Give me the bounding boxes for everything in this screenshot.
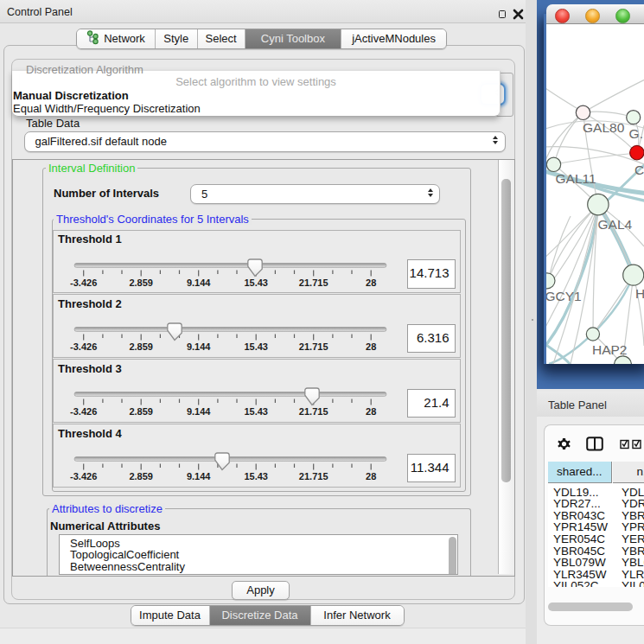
svg-text:GAL11: GAL11 (556, 171, 596, 186)
svg-text:21.715: 21.715 (299, 406, 328, 417)
svg-text:2.859: 2.859 (129, 406, 153, 417)
svg-text:28: 28 (366, 341, 376, 352)
svg-text:GAL4: GAL4 (598, 217, 633, 232)
svg-text:G...: G... (629, 126, 644, 141)
svg-text:28: 28 (366, 471, 376, 481)
svg-text:H...: H... (635, 286, 644, 301)
svg-text:HAP2: HAP2 (592, 342, 628, 357)
svg-text:9.144: 9.144 (187, 471, 211, 481)
svg-text:-3.426: -3.426 (70, 277, 97, 288)
svg-text:GAL80: GAL80 (583, 120, 625, 135)
svg-text:15.43: 15.43 (244, 471, 268, 481)
svg-text:9.144: 9.144 (187, 277, 211, 288)
svg-text:2.859: 2.859 (129, 277, 153, 288)
svg-text:GCY1: GCY1 (546, 289, 582, 303)
svg-text:C...: C... (634, 163, 644, 177)
svg-text:2.859: 2.859 (129, 341, 153, 352)
svg-text:21.715: 21.715 (299, 277, 328, 288)
svg-text:21.715: 21.715 (299, 471, 328, 481)
svg-text:15.43: 15.43 (244, 277, 268, 288)
svg-text:9.144: 9.144 (187, 341, 211, 352)
svg-text:2.859: 2.859 (129, 471, 153, 481)
svg-text:28: 28 (366, 277, 376, 288)
svg-text:9.144: 9.144 (187, 406, 211, 417)
svg-text:-3.426: -3.426 (70, 406, 97, 417)
svg-text:15.43: 15.43 (244, 341, 268, 352)
svg-text:-3.426: -3.426 (70, 471, 97, 481)
svg-text:-3.426: -3.426 (70, 341, 97, 352)
svg-text:28: 28 (366, 406, 376, 417)
svg-text:21.715: 21.715 (299, 341, 328, 352)
svg-text:15.43: 15.43 (244, 406, 268, 417)
